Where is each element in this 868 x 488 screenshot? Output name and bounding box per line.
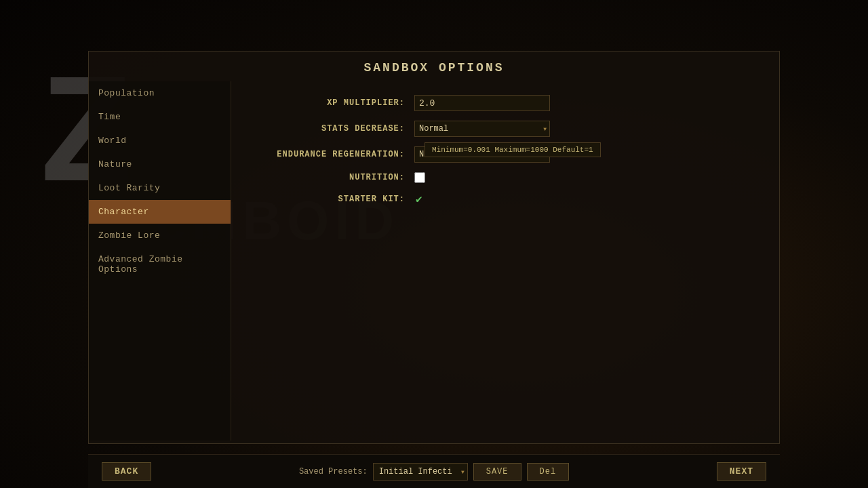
back-button[interactable]: BACK (102, 462, 151, 481)
del-button[interactable]: Del (527, 463, 570, 481)
main-content: XP MULTIPLIER: STATS DECREASE: Very Low … (231, 81, 779, 441)
sidebar-item-population[interactable]: Population (89, 81, 231, 105)
starter-kit-label: STARTER KIT: (252, 195, 414, 204)
next-button[interactable]: NEXT (717, 462, 766, 481)
nutrition-row: NUTRITION: (252, 172, 759, 183)
stats-decrease-tooltip: Minimum=0.001 Maximum=1000 Default=1 (425, 142, 601, 157)
dialog-title: SANDBOX OPTIONS (89, 52, 779, 81)
sidebar-item-nature[interactable]: Nature (89, 152, 231, 176)
presets-select[interactable]: Initial Infection Survival Apocalypse Cu… (373, 463, 468, 481)
sidebar: Population Time World Nature Loot Rarity… (89, 81, 231, 441)
xp-multiplier-label: XP MULTIPLIER: (252, 98, 414, 108)
nutrition-label: NUTRITION: (252, 173, 414, 182)
bottom-center: Saved Presets: Initial Infection Surviva… (299, 463, 569, 481)
stats-decrease-row: STATS DECREASE: Very Low Low Normal High… (252, 121, 759, 137)
stats-decrease-select[interactable]: Very Low Low Normal High Very High (414, 121, 550, 137)
presets-select-wrapper: Initial Infection Survival Apocalypse Cu… (373, 463, 468, 481)
stats-decrease-label: STATS DECREASE: (252, 124, 414, 134)
starter-kit-checkmark: ✔ (416, 192, 422, 206)
xp-multiplier-input[interactable] (414, 95, 550, 111)
sandbox-options-dialog: SANDBOX OPTIONS Population Time World Na… (88, 51, 780, 444)
dialog-body: Population Time World Nature Loot Rarity… (89, 81, 779, 441)
bottom-bar: BACK Saved Presets: Initial Infection Su… (88, 454, 780, 488)
sidebar-item-zombie-lore[interactable]: Zombie Lore (89, 224, 231, 247)
endurance-regen-label: ENDURANCE REGENERATION: (252, 150, 414, 159)
presets-label: Saved Presets: (299, 467, 368, 476)
starter-kit-row: STARTER KIT: ✔ (252, 192, 759, 206)
stats-decrease-select-wrapper: Very Low Low Normal High Very High (414, 121, 550, 137)
sidebar-item-world[interactable]: World (89, 129, 231, 152)
sidebar-item-advanced-zombie[interactable]: Advanced Zombie Options (89, 247, 231, 281)
save-button[interactable]: SAVE (473, 463, 521, 481)
sidebar-item-loot-rarity[interactable]: Loot Rarity (89, 176, 231, 200)
nutrition-checkbox[interactable] (414, 172, 425, 183)
sidebar-item-character[interactable]: Character (89, 200, 231, 224)
xp-multiplier-row: XP MULTIPLIER: (252, 95, 759, 111)
sidebar-item-time[interactable]: Time (89, 105, 231, 129)
